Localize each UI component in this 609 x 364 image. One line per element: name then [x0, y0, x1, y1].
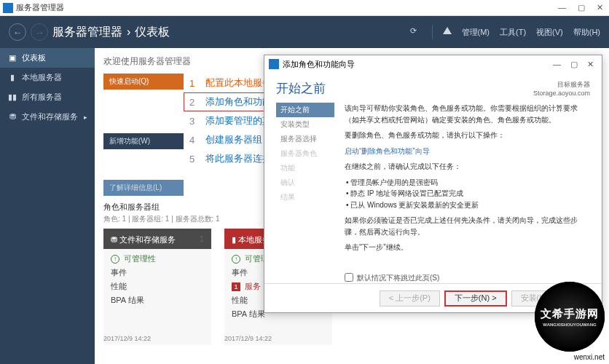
wiz-nav-result: 结果 — [276, 190, 334, 205]
wiz-nav-features: 功能 — [276, 161, 334, 175]
tile-file-storage[interactable]: ⛃ 文件和存储服务1 ↑可管理性 事件 性能 BPA 结果 — [103, 229, 211, 345]
sidebar: ▣ 仪表板 ▮ 本地服务器 ▮▮ 所有服务器 ⛃ 文件和存储服务 ▸ — [0, 48, 95, 364]
sidebar-item-all[interactable]: ▮▮ 所有服务器 — [0, 87, 95, 107]
prev-button: < 上一步(P) — [380, 290, 440, 306]
app-title: 服务器管理器 — [16, 2, 555, 13]
menu-help[interactable]: 帮助(H) — [573, 27, 600, 38]
sidebar-item-dashboard[interactable]: ▣ 仪表板 — [0, 48, 95, 68]
install-button: 安装(I) — [511, 290, 554, 306]
forward-button: → — [31, 23, 48, 41]
ribbon-menu: ⟳ 管理(M) 工具(T) 视图(V) 帮助(H) — [410, 25, 601, 39]
sidebar-item-local[interactable]: ▮ 本地服务器 — [0, 68, 95, 87]
wizard-content: 该向导可帮助你安装角色、角色服务或功能。你需要根据组织的计算要求（如共享文档或托… — [345, 103, 590, 283]
wizard-dialog: 添加角色和功能向导 — ▢ ✕ 开始之前 目标服务器 Storage.aoyou… — [264, 55, 602, 313]
maximize-icon[interactable]: ▢ — [567, 60, 581, 68]
server-icon: ▮ — [7, 73, 17, 82]
refresh-icon[interactable]: ⟳ — [410, 26, 422, 38]
chip-quickstart[interactable]: 快速启动(Q) — [103, 74, 184, 90]
next-button[interactable]: 下一步(N) > — [444, 290, 507, 306]
wiz-nav-type[interactable]: 安装类型 — [276, 117, 334, 132]
minimize-icon[interactable]: — — [555, 3, 569, 12]
sidebar-item-label: 文件和存储服务 — [22, 111, 78, 122]
chip-learn[interactable]: 了解详细信息(L) — [103, 180, 184, 196]
storage-icon: ⛃ — [7, 112, 17, 122]
ok-icon: ↑ — [232, 255, 240, 264]
wiz-nav-before[interactable]: 开始之前 — [276, 103, 334, 117]
titlebar: 服务器管理器 — ▢ ✕ — [0, 0, 609, 16]
servers-icon: ▮▮ — [7, 92, 17, 102]
app-icon — [3, 3, 13, 13]
wizard-app-icon — [269, 59, 279, 69]
wizard-heading: 开始之前 — [276, 80, 326, 97]
wizard-target: 目标服务器 Storage.aoyou.com — [533, 80, 590, 97]
sidebar-item-label: 所有服务器 — [22, 92, 62, 103]
chip-newfeat[interactable]: 新增功能(W) — [103, 133, 184, 149]
tile-timestamp: 2017/12/9 14:22 — [103, 335, 151, 342]
cancel-button[interactable]: 取消 — [558, 290, 593, 306]
crumb-leaf: 仪表板 — [135, 25, 170, 40]
close-icon[interactable]: ✕ — [584, 60, 597, 68]
sidebar-item-label: 仪表板 — [22, 52, 46, 63]
chevron-right-icon: › — [127, 25, 130, 39]
wiz-nav-roles: 服务器角色 — [276, 146, 334, 161]
chevron-right-icon: ▸ — [84, 114, 87, 121]
menu-tools[interactable]: 工具(T) — [500, 27, 526, 38]
wizard-nav: 开始之前 安装类型 服务器选择 服务器角色 功能 确认 结果 — [276, 103, 334, 283]
back-button[interactable]: ← — [9, 23, 26, 41]
skip-checkbox[interactable] — [345, 273, 353, 282]
error-icon: 1 — [232, 282, 240, 291]
remove-roles-link[interactable]: 启动“删除角色和功能”向导 — [345, 147, 430, 155]
window-controls: — ▢ ✕ — [555, 3, 606, 12]
wizard-titlebar[interactable]: 添加角色和功能向导 — ▢ ✕ — [264, 55, 602, 73]
wizard-title-text: 添加角色和功能向导 — [283, 59, 549, 70]
crumb-root[interactable]: 服务器管理器 — [52, 25, 122, 40]
sidebar-item-file[interactable]: ⛃ 文件和存储服务 ▸ — [0, 107, 95, 127]
minimize-icon[interactable]: — — [549, 60, 565, 68]
breadcrumb: 服务器管理器 › 仪表板 — [52, 25, 410, 40]
wiz-nav-confirm: 确认 — [276, 175, 334, 190]
sidebar-item-label: 本地服务器 — [22, 72, 62, 83]
maximize-icon[interactable]: ▢ — [575, 3, 588, 12]
tile-timestamp: 2017/12/9 14:22 — [224, 335, 272, 342]
close-icon[interactable]: ✕ — [594, 3, 606, 12]
ok-icon: ↑ — [111, 255, 119, 264]
skip-label: 默认情况下将跳过此页(S) — [357, 272, 439, 284]
menu-manage[interactable]: 管理(M) — [462, 27, 490, 38]
server-icon: ▮ — [232, 235, 236, 244]
menu-view[interactable]: 视图(V) — [536, 27, 563, 38]
ribbon: ← → 服务器管理器 › 仪表板 ⟳ 管理(M) 工具(T) 视图(V) 帮助(… — [0, 16, 609, 48]
wiz-nav-select[interactable]: 服务器选择 — [276, 132, 334, 146]
flag-icon[interactable] — [443, 27, 452, 34]
storage-icon: ⛃ — [111, 235, 117, 244]
dashboard-icon: ▣ — [7, 53, 17, 63]
wizard-footer: < 上一步(P) 下一步(N) > 安装(I) 取消 — [264, 283, 602, 312]
